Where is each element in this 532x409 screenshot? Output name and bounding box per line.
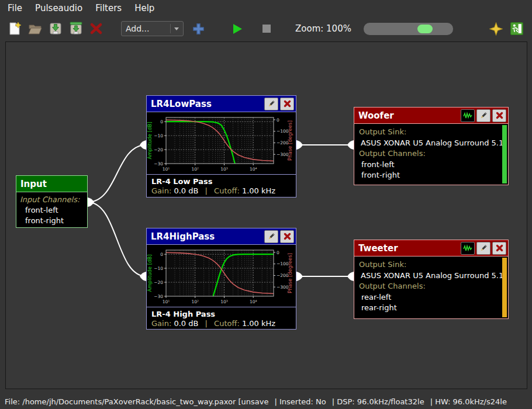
svg-text:−20: −20 bbox=[154, 147, 163, 152]
scope-button[interactable] bbox=[461, 109, 475, 122]
edit-filter-button[interactable] bbox=[264, 98, 278, 110]
toolbar: Add... Zoom: 100% bbox=[0, 16, 532, 41]
quit-button[interactable] bbox=[509, 22, 524, 36]
output-channel: rear-left bbox=[359, 292, 498, 303]
zoom-label: Zoom: 100% bbox=[295, 23, 351, 34]
open-folder-icon bbox=[28, 22, 42, 36]
node-input[interactable]: Input Input Channels: front-left front-r… bbox=[16, 175, 88, 228]
svg-text:−10: −10 bbox=[154, 133, 163, 138]
open-file-button[interactable] bbox=[27, 22, 42, 36]
stop-icon bbox=[262, 25, 271, 33]
output-channel: front-right bbox=[359, 170, 498, 181]
start-dsp-button[interactable] bbox=[230, 22, 244, 36]
new-file-icon bbox=[8, 22, 22, 36]
edit-output-button[interactable] bbox=[476, 242, 490, 255]
svg-text:−10: −10 bbox=[154, 266, 163, 271]
close-file-icon bbox=[89, 22, 103, 35]
highlight-button[interactable] bbox=[489, 22, 503, 36]
pencil-icon bbox=[267, 233, 275, 241]
add-filter-select[interactable]: Add... bbox=[121, 21, 184, 36]
pencil-icon bbox=[267, 100, 275, 108]
node-canvas[interactable]: Input Input Channels: front-left front-r… bbox=[5, 41, 527, 389]
output-channels-label: Output Channels: bbox=[359, 281, 498, 292]
zoom-slider-handle[interactable] bbox=[417, 25, 433, 33]
filter-params: Gain: 0.0 dB | Cutoff: 1.00 kHz bbox=[151, 319, 291, 328]
node-input-header: Input bbox=[16, 176, 87, 192]
svg-text:Phase [degrees]: Phase [degrees] bbox=[287, 253, 293, 293]
output-sink-label: Output Sink: bbox=[359, 127, 498, 138]
svg-text:0: 0 bbox=[277, 250, 279, 255]
svg-text:0: 0 bbox=[160, 119, 163, 124]
output-sink-label: Output Sink: bbox=[359, 259, 498, 271]
delete-output-button[interactable] bbox=[492, 109, 506, 122]
node-lowpass-title: LR4LowPass bbox=[151, 99, 262, 109]
svg-text:Amplitude [dB]: Amplitude [dB] bbox=[147, 254, 153, 292]
status-hw: | HW: 96.0kHz/s24le bbox=[430, 397, 507, 406]
plus-icon bbox=[192, 23, 205, 35]
node-lowpass[interactable]: LR4LowPass 0−10−20−300−100−200−30010¹10²… bbox=[146, 95, 296, 197]
menu-filters[interactable]: Filters bbox=[89, 1, 128, 15]
close-icon bbox=[496, 112, 503, 119]
svg-text:Amplitude [dB]: Amplitude [dB] bbox=[147, 122, 153, 159]
output-sink-value: ASUS XONAR U5 Analog Surround 5.1 bbox=[359, 138, 498, 149]
menu-pulseaudio[interactable]: Pulseaudio bbox=[29, 1, 89, 15]
node-woofer-title: Woofer bbox=[358, 110, 459, 121]
add-filter-value: Add... bbox=[126, 24, 149, 33]
delete-filter-button[interactable] bbox=[280, 98, 294, 110]
svg-text:10¹: 10¹ bbox=[163, 167, 170, 172]
input-channels-label: Input Channels: bbox=[20, 195, 84, 205]
node-input-title: Input bbox=[20, 179, 85, 189]
node-tweeter-body: Output Sink: ASUS XONAR U5 Analog Surrou… bbox=[354, 257, 508, 318]
node-tweeter-header: Tweeter bbox=[354, 240, 508, 257]
node-highpass[interactable]: LR4HighPass 0−10−20−300−100−200−30010¹10… bbox=[146, 228, 296, 330]
level-meter bbox=[502, 258, 507, 317]
save-button[interactable] bbox=[48, 22, 63, 36]
edit-output-button[interactable] bbox=[476, 109, 490, 122]
add-filter-button[interactable] bbox=[191, 22, 206, 36]
save-icon bbox=[49, 22, 63, 36]
svg-text:10¹: 10¹ bbox=[163, 299, 170, 304]
statusbar: File: /home/jh/Documents/PaXoverRack/bas… bbox=[0, 394, 532, 409]
node-highpass-title: LR4HighPass bbox=[151, 231, 262, 242]
filter-params: Gain: 0.0 dB | Cutoff: 1.00 kHz bbox=[151, 186, 291, 195]
svg-text:10⁴: 10⁴ bbox=[250, 299, 257, 304]
svg-text:−30: −30 bbox=[154, 161, 163, 167]
status-dsp: | DSP: 96.0kHz/float32le bbox=[332, 397, 424, 406]
sparkle-icon bbox=[489, 22, 503, 36]
level-meter bbox=[502, 125, 507, 183]
menu-file[interactable]: File bbox=[1, 1, 29, 15]
node-woofer-body: Output Sink: ASUS XONAR U5 Analog Surrou… bbox=[354, 124, 508, 185]
svg-text:0: 0 bbox=[277, 117, 279, 123]
delete-filter-button[interactable] bbox=[280, 230, 294, 243]
new-file-button[interactable] bbox=[7, 22, 22, 36]
node-woofer-header: Woofer bbox=[354, 108, 508, 124]
app-window: File Pulseaudio Filters Help Add... bbox=[0, 0, 532, 409]
output-channels-label: Output Channels: bbox=[359, 148, 498, 160]
svg-text:10³: 10³ bbox=[220, 299, 228, 304]
pencil-icon bbox=[479, 112, 488, 120]
node-lowpass-header: LR4LowPass bbox=[147, 96, 296, 112]
highpass-response-plot: 0−10−20−300−100−200−30010¹10²10³10⁴Ampli… bbox=[147, 245, 296, 307]
play-icon bbox=[232, 23, 243, 34]
close-file-button[interactable] bbox=[89, 22, 103, 36]
input-channel: front-right bbox=[20, 216, 84, 226]
node-woofer[interactable]: Woofer Output Sink: ASUS XONAR U5 Analog… bbox=[354, 107, 509, 185]
node-tweeter[interactable]: Tweeter Output Sink: ASUS XONAR U5 Analo… bbox=[354, 240, 509, 319]
lowpass-response-plot: 0−10−20−300−100−200−30010¹10²10³10⁴Ampli… bbox=[147, 112, 296, 174]
zoom-slider[interactable] bbox=[364, 23, 453, 35]
edit-filter-button[interactable] bbox=[264, 230, 278, 243]
stop-dsp-button[interactable] bbox=[259, 22, 274, 36]
highpass-footer: LR-4 High Pass Gain: 0.0 dB | Cutoff: 1.… bbox=[147, 307, 296, 329]
scope-button[interactable] bbox=[461, 242, 475, 255]
svg-text:Phase [degrees]: Phase [degrees] bbox=[287, 120, 293, 161]
oscilloscope-icon bbox=[463, 244, 473, 252]
delete-output-button[interactable] bbox=[492, 242, 506, 255]
svg-text:10⁴: 10⁴ bbox=[250, 167, 257, 172]
menu-help[interactable]: Help bbox=[128, 1, 161, 15]
save-as-button[interactable] bbox=[68, 22, 83, 36]
chevron-down-icon bbox=[174, 27, 179, 30]
svg-text:10²: 10² bbox=[191, 299, 199, 304]
close-icon bbox=[496, 244, 503, 252]
oscilloscope-icon bbox=[463, 112, 473, 120]
input-channel: front-left bbox=[20, 205, 84, 216]
